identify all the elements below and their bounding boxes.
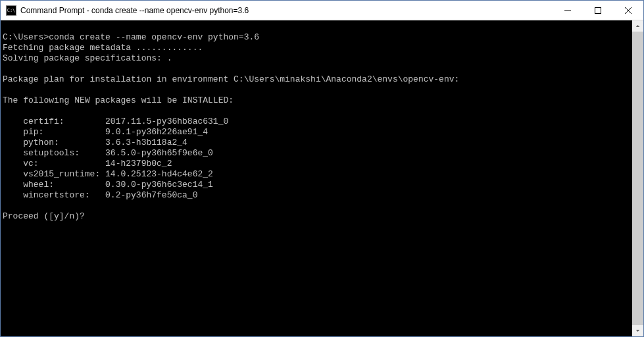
minimize-button[interactable] xyxy=(553,1,583,20)
minimize-icon xyxy=(564,7,571,14)
chevron-up-icon xyxy=(635,24,640,28)
window-title: Command Prompt - conda create --name ope… xyxy=(20,6,553,15)
scroll-down-button[interactable] xyxy=(632,325,643,336)
command-prompt-window: C:\ Command Prompt - conda create --name… xyxy=(0,0,644,337)
vertical-scrollbar[interactable] xyxy=(632,20,643,336)
scroll-track[interactable] xyxy=(632,32,643,325)
chevron-down-icon xyxy=(635,328,640,333)
titlebar[interactable]: C:\ Command Prompt - conda create --name… xyxy=(1,1,643,20)
terminal-output[interactable]: C:\Users>conda create --name opencv-env … xyxy=(1,20,632,336)
svg-rect-1 xyxy=(595,7,601,13)
scroll-thumb[interactable] xyxy=(632,32,643,325)
command-prompt-icon: C:\ xyxy=(6,5,16,16)
close-button[interactable] xyxy=(613,1,643,20)
titlebar-controls xyxy=(553,1,643,20)
close-icon xyxy=(625,7,632,14)
content-area: C:\Users>conda create --name opencv-env … xyxy=(1,20,643,336)
maximize-button[interactable] xyxy=(583,1,613,20)
maximize-icon xyxy=(595,7,601,14)
scroll-up-button[interactable] xyxy=(632,20,643,32)
